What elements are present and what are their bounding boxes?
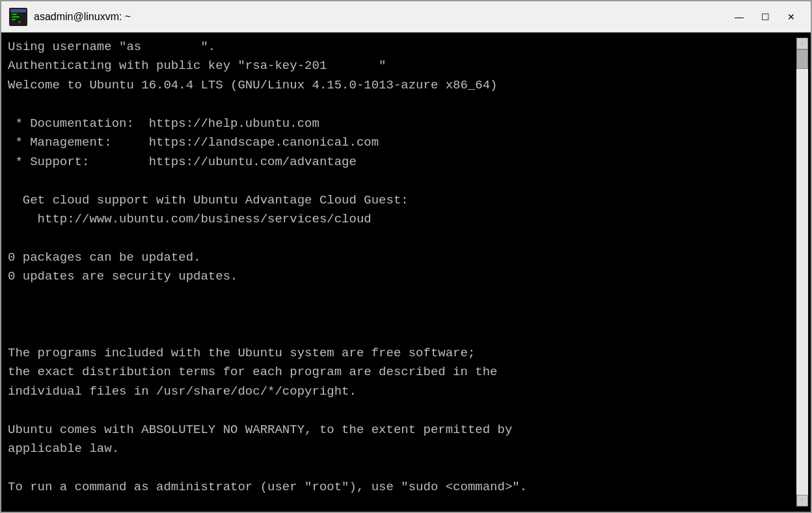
terminal-line: the exact distribution terms for each pr… bbox=[8, 363, 792, 382]
scrollbar-up-arrow[interactable]: ▲ bbox=[796, 38, 808, 49]
window-controls: — ☐ ✕ bbox=[727, 8, 803, 26]
terminal-line: Get cloud support with Ubuntu Advantage … bbox=[8, 191, 792, 210]
scrollbar-thumb[interactable] bbox=[796, 49, 808, 69]
scrollbar[interactable]: ▲ ▼ bbox=[796, 38, 808, 506]
terminal-line bbox=[8, 172, 792, 191]
terminal-line bbox=[8, 459, 792, 478]
terminal-icon bbox=[9, 8, 27, 26]
terminal-line bbox=[8, 325, 792, 344]
svg-rect-2 bbox=[12, 14, 17, 15]
terminal-window: asadmin@linuxvm: ~ — ☐ ✕ Using username … bbox=[0, 0, 812, 513]
terminal-line: applicable law. bbox=[8, 440, 792, 458]
terminal-line: individual files in /usr/share/doc/*/cop… bbox=[8, 382, 792, 401]
window-title: asadmin@linuxvm: ~ bbox=[34, 11, 727, 23]
terminal-line: Using username "as ". bbox=[8, 38, 792, 57]
svg-rect-4 bbox=[12, 19, 16, 20]
svg-rect-1 bbox=[10, 9, 26, 12]
terminal-line: * Management: https://landscape.canonica… bbox=[8, 133, 792, 152]
terminal-line: To run a command as administrator (user … bbox=[8, 478, 792, 497]
terminal-line: * Support: https://ubuntu.com/advantage bbox=[8, 153, 792, 172]
terminal-line: Welcome to Ubuntu 16.04.4 LTS (GNU/Linux… bbox=[8, 76, 792, 95]
terminal-line bbox=[8, 95, 792, 114]
terminal-line bbox=[8, 306, 792, 324]
terminal-line bbox=[8, 287, 792, 306]
terminal-content[interactable]: Using username "as ".Authenticating with… bbox=[4, 38, 796, 506]
terminal-line: Authenticating with public key "rsa-key-… bbox=[8, 57, 792, 75]
scrollbar-track[interactable] bbox=[796, 49, 808, 495]
close-button[interactable]: ✕ bbox=[779, 8, 803, 26]
scrollbar-down-arrow[interactable]: ▼ bbox=[796, 495, 808, 506]
maximize-button[interactable]: ☐ bbox=[753, 8, 777, 26]
terminal-line: Ubuntu comes with ABSOLUTELY NO WARRANTY… bbox=[8, 421, 792, 440]
terminal-line: 0 packages can be updated. bbox=[8, 248, 792, 267]
title-bar: asadmin@linuxvm: ~ — ☐ ✕ bbox=[1, 1, 811, 33]
terminal-line bbox=[8, 401, 792, 420]
terminal-line: The programs included with the Ubuntu sy… bbox=[8, 344, 792, 363]
terminal-line: * Documentation: https://help.ubuntu.com bbox=[8, 114, 792, 133]
terminal-line: 0 updates are security updates. bbox=[8, 267, 792, 286]
terminal-line bbox=[8, 229, 792, 248]
terminal-line: http://www.ubuntu.com/business/services/… bbox=[8, 210, 792, 229]
minimize-button[interactable]: — bbox=[727, 8, 751, 26]
terminal-body: Using username "as ".Authenticating with… bbox=[1, 33, 811, 512]
svg-rect-3 bbox=[12, 16, 20, 18]
